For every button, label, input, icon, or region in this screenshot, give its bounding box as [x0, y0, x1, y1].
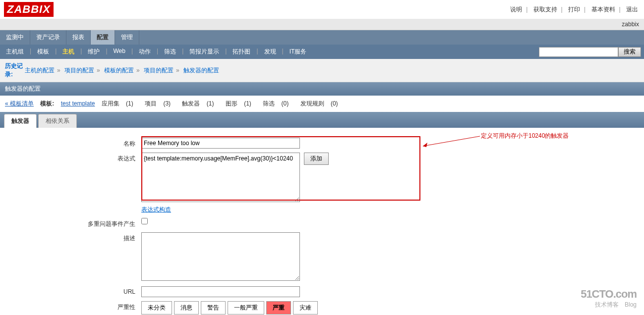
subnav-discovery[interactable]: 发现规则: [300, 100, 324, 107]
name-label: 名称: [5, 138, 141, 148]
template-name-link[interactable]: test template: [61, 100, 95, 107]
nav1-inventory[interactable]: 资产记录: [30, 30, 66, 45]
crumb-2[interactable]: 模板的配置: [104, 67, 134, 74]
page-title: 触发器的配置: [0, 82, 644, 96]
profile-link[interactable]: 基本资料: [591, 6, 615, 13]
search-button[interactable]: 搜索: [618, 47, 641, 57]
crumb-4[interactable]: 触发器的配置: [183, 67, 219, 74]
annotation-text: 定义可用内存小于10240的触发器: [481, 132, 569, 140]
nav1-monitoring[interactable]: 监测中: [0, 30, 30, 45]
tabs: 触发器 相依关系: [0, 112, 644, 128]
primary-nav: 监测中 资产记录 报表 配置 管理: [0, 30, 644, 45]
crumb-3[interactable]: 项目的配置: [144, 67, 174, 74]
tab-dependencies[interactable]: 相依关系: [38, 114, 77, 128]
logout-link[interactable]: 退出: [626, 6, 638, 13]
crumb-1[interactable]: 项目的配置: [64, 67, 94, 74]
add-expression-button[interactable]: 添加: [304, 153, 329, 165]
tab-trigger[interactable]: 触发器: [4, 114, 37, 128]
breadcrumb: 主机的配置» 项目的配置» 模板的配置» 项目的配置» 触发器的配置: [25, 66, 219, 75]
nav2-web[interactable]: Web: [108, 45, 131, 59]
search-input[interactable]: [539, 47, 618, 57]
nav2-hosts[interactable]: 主机: [57, 45, 80, 59]
nav1-reports[interactable]: 报表: [66, 30, 91, 45]
nav2-itservices[interactable]: IT服务: [284, 45, 313, 59]
severity-warning[interactable]: 警告: [201, 301, 226, 315]
user-bar: zabbix: [0, 19, 644, 30]
severity-average[interactable]: 一般严重: [228, 301, 264, 315]
severity-label: 严重性: [5, 301, 141, 312]
expression-builder-link[interactable]: 表达式构造: [141, 206, 171, 214]
multiple-events-checkbox[interactable]: [141, 218, 148, 224]
back-to-templates[interactable]: « 模板清单: [5, 100, 34, 107]
name-input[interactable]: [141, 138, 300, 149]
help-link[interactable]: 说明: [510, 6, 522, 13]
nav1-admin[interactable]: 管理: [115, 30, 139, 45]
url-label: URL: [5, 286, 141, 295]
nav2-actions[interactable]: 动作: [133, 45, 157, 59]
history-label: 历史记录:: [5, 62, 25, 79]
expression-label: 表达式: [5, 153, 141, 163]
multiple-events-label: 多重问题事件产生: [5, 218, 141, 228]
subnav-items[interactable]: 项目: [145, 100, 157, 107]
severity-high[interactable]: 严重: [266, 301, 291, 315]
watermark: 51CTO.com 技术博客 Blog: [581, 288, 637, 309]
nav1-configuration[interactable]: 配置: [91, 30, 115, 45]
nav2-maps[interactable]: 拓扑图: [227, 45, 256, 59]
subnav-triggers[interactable]: 触发器: [182, 100, 200, 107]
subnav-applications[interactable]: 应用集: [102, 100, 119, 107]
description-textarea[interactable]: [141, 232, 300, 281]
severity-information[interactable]: 消息: [174, 301, 199, 315]
template-label: 模板:: [40, 100, 54, 107]
subnav-graphs[interactable]: 图形: [226, 100, 237, 107]
crumb-0[interactable]: 主机的配置: [25, 67, 55, 74]
nav2-filter[interactable]: 筛选: [158, 45, 182, 59]
zabbix-logo: ZABBIX: [4, 2, 54, 17]
expression-textarea[interactable]: {test template:memory.usage[MemFree].avg…: [141, 153, 300, 202]
url-input[interactable]: [141, 286, 300, 297]
severity-disaster[interactable]: 灾难: [293, 301, 318, 315]
severity-not-classified[interactable]: 未分类: [141, 301, 172, 315]
template-subnav: « 模板清单 模板: test template 应用集 (1) 项目 (3) …: [0, 96, 644, 112]
nav2-templates[interactable]: 模板: [31, 45, 55, 59]
top-links: 说明| 获取支持| 打印| 基本资料| 退出: [508, 5, 640, 14]
support-link[interactable]: 获取支持: [533, 6, 557, 13]
print-link[interactable]: 打印: [568, 6, 580, 13]
description-label: 描述: [5, 232, 141, 243]
nav2-hostgroups[interactable]: 主机组: [0, 45, 30, 59]
nav2-maintenance[interactable]: 维护: [82, 45, 106, 59]
subnav-screens[interactable]: 筛选: [263, 100, 275, 107]
secondary-nav: 主机组| 模板| 主机| 维护| Web| 动作| 筛选| 简报片显示| 拓扑图…: [0, 45, 312, 59]
nav2-slideshow[interactable]: 简报片显示: [183, 45, 225, 59]
nav2-discovery[interactable]: 发现: [258, 45, 282, 59]
